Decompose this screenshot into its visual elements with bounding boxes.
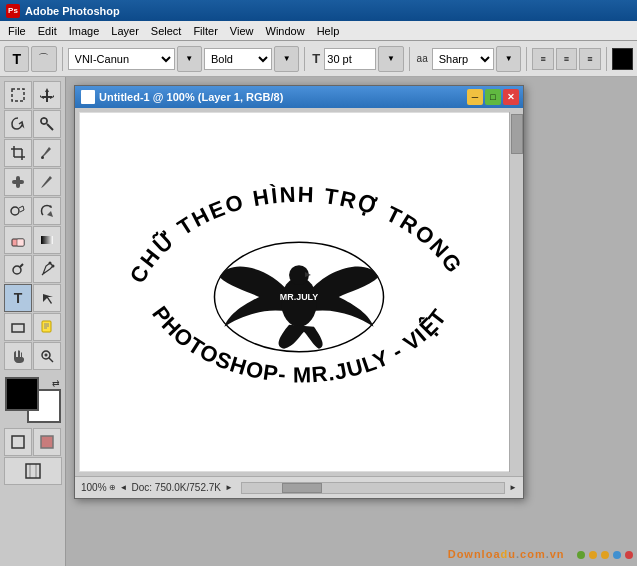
eraser-tool[interactable] (4, 226, 32, 254)
shape-tool[interactable] (4, 313, 32, 341)
zoom-tool[interactable] (33, 342, 61, 370)
type-tool[interactable]: T (4, 284, 32, 312)
tool-row-7 (4, 255, 61, 283)
document-statusbar: 100% ⊕ ◄ Doc: 750.0K/752.7K ► ► (75, 476, 523, 498)
doc-icon (81, 90, 95, 104)
menu-layer[interactable]: Layer (105, 21, 145, 40)
menu-view[interactable]: View (224, 21, 260, 40)
clone-stamp-tool[interactable] (4, 197, 32, 225)
align-left-btn[interactable]: ≡ (532, 48, 553, 70)
svg-point-12 (41, 156, 44, 159)
title-bar: Ps Adobe Photoshop (0, 0, 637, 21)
dodge-tool[interactable] (4, 255, 32, 283)
antialiasing-select[interactable]: Sharp (432, 48, 494, 70)
document-title: Untitled-1 @ 100% (Layer 1, RGB/8) (99, 91, 283, 103)
hand-tool[interactable] (4, 342, 32, 370)
screen-mode-btn[interactable] (4, 457, 62, 485)
scroll-right-btn[interactable]: ► (509, 483, 517, 492)
healing-brush-tool[interactable] (4, 168, 32, 196)
close-btn[interactable]: ✕ (503, 89, 519, 105)
rectangular-marquee-tool[interactable] (4, 81, 32, 109)
svg-rect-18 (41, 236, 53, 244)
path-selection-tool[interactable] (33, 284, 61, 312)
menu-edit[interactable]: Edit (32, 21, 63, 40)
tool-row-6 (4, 226, 61, 254)
document-titlebar: Untitled-1 @ 100% (Layer 1, RGB/8) ─ □ ✕ (75, 86, 523, 108)
lasso-tool[interactable] (4, 110, 32, 138)
svg-point-21 (49, 262, 52, 265)
standard-mode-btn[interactable] (4, 428, 32, 456)
svg-point-22 (52, 265, 55, 268)
scrollbar-thumb[interactable] (511, 114, 523, 154)
magic-wand-tool[interactable] (33, 110, 61, 138)
tool-row-9 (4, 313, 61, 341)
document-canvas: CHỮ THEO HÌNH TRỢ TRONG PHOTOSHOP- MR.JU… (79, 112, 519, 472)
tool-row-8: T (4, 284, 61, 312)
watermark-text: D (448, 548, 457, 560)
svg-rect-23 (12, 324, 24, 332)
eyedropper-tool[interactable] (33, 139, 61, 167)
maximize-btn[interactable]: □ (485, 89, 501, 105)
notes-tool[interactable] (33, 313, 61, 341)
antialiasing-arrow[interactable]: ▼ (496, 46, 521, 72)
zoom-icon[interactable]: ⊕ (109, 483, 116, 492)
font-family-select[interactable]: VNI-Canun (68, 48, 175, 70)
gradient-tool[interactable] (33, 226, 61, 254)
menu-window[interactable]: Window (260, 21, 311, 40)
color-tools: ⇄ (5, 377, 61, 423)
svg-rect-34 (26, 464, 40, 478)
doc-info: Doc: 750.0K/752.7K (132, 482, 222, 493)
font-style-select[interactable]: Bold (204, 48, 272, 70)
artwork-svg: CHỮ THEO HÌNH TRỢ TRONG PHOTOSHOP- MR.JU… (80, 113, 518, 471)
move-tool[interactable] (33, 81, 61, 109)
svg-rect-33 (41, 436, 53, 448)
quick-mask-row (4, 428, 62, 456)
left-arrow[interactable]: ◄ (120, 483, 128, 492)
svg-rect-14 (12, 180, 24, 184)
watermark: Downloadu.com.vn (448, 548, 633, 560)
right-arrow[interactable]: ► (225, 483, 233, 492)
crop-tool[interactable] (4, 139, 32, 167)
toolbox: T ⇄ (0, 77, 66, 566)
history-brush-tool[interactable] (33, 197, 61, 225)
sep2 (304, 47, 305, 71)
align-center-btn[interactable]: ≡ (556, 48, 577, 70)
horizontal-scrollbar[interactable] (241, 482, 505, 494)
menu-bar: File Edit Image Layer Select Filter View… (0, 21, 637, 41)
type-tool-btn[interactable]: T (4, 46, 29, 72)
window-controls: ─ □ ✕ (467, 89, 519, 105)
sep3 (409, 47, 410, 71)
svg-rect-32 (12, 436, 24, 448)
menu-file[interactable]: File (2, 21, 32, 40)
svg-line-20 (20, 264, 23, 267)
align-right-btn[interactable]: ≡ (579, 48, 600, 70)
font-style-arrow[interactable]: ▼ (274, 46, 299, 72)
pen-tool[interactable] (33, 255, 61, 283)
font-size-input[interactable] (324, 48, 376, 70)
app-icon: Ps (6, 4, 20, 18)
menu-select[interactable]: Select (145, 21, 188, 40)
svg-rect-17 (17, 239, 24, 246)
font-family-arrow[interactable]: ▼ (177, 46, 202, 72)
warp-text-btn[interactable]: ⌒ (31, 46, 56, 72)
document-window: Untitled-1 @ 100% (Layer 1, RGB/8) ─ □ ✕ (74, 85, 524, 499)
svg-point-19 (13, 266, 21, 274)
canvas-area: Untitled-1 @ 100% (Layer 1, RGB/8) ─ □ ✕ (66, 77, 637, 566)
menu-filter[interactable]: Filter (187, 21, 223, 40)
sep1 (62, 47, 63, 71)
menu-help[interactable]: Help (311, 21, 346, 40)
swap-colors[interactable]: ⇄ (52, 378, 60, 388)
minimize-btn[interactable]: ─ (467, 89, 483, 105)
brush-tool[interactable] (33, 168, 61, 196)
menu-image[interactable]: Image (63, 21, 106, 40)
vertical-scrollbar[interactable] (509, 112, 523, 472)
svg-marker-1 (40, 88, 54, 102)
text-color-swatch[interactable] (612, 48, 633, 70)
foreground-color[interactable] (5, 377, 39, 411)
font-size-icon: T (310, 51, 322, 66)
font-size-arrow[interactable]: ▼ (378, 46, 403, 72)
svg-point-3 (41, 118, 47, 124)
quick-mask-btn[interactable] (33, 428, 61, 456)
tool-row-4 (4, 168, 61, 196)
tool-row-3 (4, 139, 61, 167)
